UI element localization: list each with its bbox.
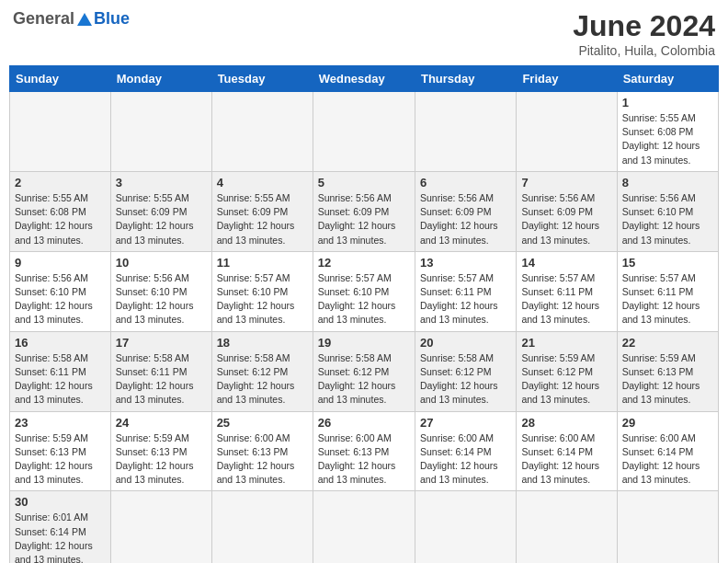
calendar-cell: 26Sunrise: 6:00 AM Sunset: 6:13 PM Dayli… xyxy=(313,411,415,491)
day-number: 8 xyxy=(622,176,713,190)
calendar-cell xyxy=(110,92,211,172)
page-header: General Blue June 2024 Pitalito, Huila, … xyxy=(9,9,719,58)
day-info: Sunrise: 5:58 AM Sunset: 6:11 PM Dayligh… xyxy=(116,351,207,408)
calendar-cell: 29Sunrise: 6:00 AM Sunset: 6:14 PM Dayli… xyxy=(617,411,718,491)
weekday-thursday: Thursday xyxy=(415,66,516,92)
calendar-cell: 8Sunrise: 5:56 AM Sunset: 6:10 PM Daylig… xyxy=(617,171,718,251)
calendar-cell xyxy=(211,491,313,563)
logo: General Blue xyxy=(13,9,130,29)
calendar-cell: 3Sunrise: 5:55 AM Sunset: 6:09 PM Daylig… xyxy=(110,171,211,251)
day-number: 24 xyxy=(116,416,207,430)
calendar-cell: 17Sunrise: 5:58 AM Sunset: 6:11 PM Dayli… xyxy=(110,331,211,411)
day-info: Sunrise: 5:57 AM Sunset: 6:11 PM Dayligh… xyxy=(420,271,511,327)
calendar-cell: 6Sunrise: 5:56 AM Sunset: 6:09 PM Daylig… xyxy=(415,171,516,251)
day-number: 6 xyxy=(420,176,511,190)
calendar-cell: 4Sunrise: 5:55 AM Sunset: 6:09 PM Daylig… xyxy=(211,171,313,251)
calendar-cell: 7Sunrise: 5:56 AM Sunset: 6:09 PM Daylig… xyxy=(517,171,617,251)
calendar-title: June 2024 xyxy=(573,9,715,43)
weekday-sunday: Sunday xyxy=(10,66,111,92)
weekday-monday: Monday xyxy=(110,66,211,92)
calendar-table: SundayMondayTuesdayWednesdayThursdayFrid… xyxy=(9,65,719,563)
weekday-tuesday: Tuesday xyxy=(211,66,313,92)
calendar-cell: 27Sunrise: 6:00 AM Sunset: 6:14 PM Dayli… xyxy=(415,411,516,491)
day-info: Sunrise: 5:57 AM Sunset: 6:11 PM Dayligh… xyxy=(622,271,713,327)
day-info: Sunrise: 6:00 AM Sunset: 6:13 PM Dayligh… xyxy=(217,431,308,488)
day-number: 9 xyxy=(15,256,106,270)
day-info: Sunrise: 5:56 AM Sunset: 6:09 PM Dayligh… xyxy=(318,191,410,247)
logo-triangle-icon xyxy=(77,13,92,26)
day-info: Sunrise: 5:58 AM Sunset: 6:12 PM Dayligh… xyxy=(217,351,308,408)
day-info: Sunrise: 5:59 AM Sunset: 6:13 PM Dayligh… xyxy=(116,431,207,488)
day-info: Sunrise: 5:57 AM Sunset: 6:10 PM Dayligh… xyxy=(217,271,308,327)
day-number: 16 xyxy=(15,336,106,350)
day-info: Sunrise: 5:59 AM Sunset: 6:13 PM Dayligh… xyxy=(15,431,106,488)
calendar-week-2: 9Sunrise: 5:56 AM Sunset: 6:10 PM Daylig… xyxy=(10,251,719,331)
day-info: Sunrise: 6:00 AM Sunset: 6:13 PM Dayligh… xyxy=(318,431,410,488)
calendar-week-3: 16Sunrise: 5:58 AM Sunset: 6:11 PM Dayli… xyxy=(10,331,719,411)
calendar-cell: 13Sunrise: 5:57 AM Sunset: 6:11 PM Dayli… xyxy=(415,251,516,331)
day-number: 13 xyxy=(420,256,511,270)
calendar-cell: 11Sunrise: 5:57 AM Sunset: 6:10 PM Dayli… xyxy=(211,251,313,331)
day-info: Sunrise: 5:59 AM Sunset: 6:12 PM Dayligh… xyxy=(521,351,611,408)
day-info: Sunrise: 5:58 AM Sunset: 6:11 PM Dayligh… xyxy=(15,351,106,408)
day-info: Sunrise: 6:00 AM Sunset: 6:14 PM Dayligh… xyxy=(622,431,713,488)
day-number: 22 xyxy=(622,336,713,350)
calendar-cell: 15Sunrise: 5:57 AM Sunset: 6:11 PM Dayli… xyxy=(617,251,718,331)
logo-text-blue: Blue xyxy=(94,9,130,29)
day-number: 1 xyxy=(622,96,713,109)
day-number: 15 xyxy=(622,256,713,270)
day-info: Sunrise: 5:56 AM Sunset: 6:09 PM Dayligh… xyxy=(420,191,511,247)
day-number: 23 xyxy=(15,416,106,430)
day-number: 10 xyxy=(116,256,207,270)
day-number: 7 xyxy=(521,176,611,190)
calendar-week-4: 23Sunrise: 5:59 AM Sunset: 6:13 PM Dayli… xyxy=(10,411,719,491)
calendar-cell: 21Sunrise: 5:59 AM Sunset: 6:12 PM Dayli… xyxy=(517,331,617,411)
day-number: 2 xyxy=(15,176,106,190)
day-info: Sunrise: 5:58 AM Sunset: 6:12 PM Dayligh… xyxy=(420,351,511,408)
calendar-cell: 22Sunrise: 5:59 AM Sunset: 6:13 PM Dayli… xyxy=(617,331,718,411)
calendar-cell: 30Sunrise: 6:01 AM Sunset: 6:14 PM Dayli… xyxy=(10,491,111,563)
calendar-cell xyxy=(110,491,211,563)
calendar-week-1: 2Sunrise: 5:55 AM Sunset: 6:08 PM Daylig… xyxy=(10,171,719,251)
day-info: Sunrise: 5:55 AM Sunset: 6:09 PM Dayligh… xyxy=(217,191,308,247)
day-number: 19 xyxy=(318,336,410,350)
day-number: 28 xyxy=(521,416,611,430)
day-number: 4 xyxy=(217,176,308,190)
calendar-cell xyxy=(313,491,415,563)
weekday-header-row: SundayMondayTuesdayWednesdayThursdayFrid… xyxy=(10,66,719,92)
day-info: Sunrise: 5:58 AM Sunset: 6:12 PM Dayligh… xyxy=(318,351,410,408)
day-number: 17 xyxy=(116,336,207,350)
calendar-cell xyxy=(415,92,516,172)
calendar-week-0: 1Sunrise: 5:55 AM Sunset: 6:08 PM Daylig… xyxy=(10,92,719,172)
calendar-cell: 5Sunrise: 5:56 AM Sunset: 6:09 PM Daylig… xyxy=(313,171,415,251)
day-number: 21 xyxy=(521,336,611,350)
calendar-cell: 23Sunrise: 5:59 AM Sunset: 6:13 PM Dayli… xyxy=(10,411,111,491)
day-number: 12 xyxy=(318,256,410,270)
weekday-friday: Friday xyxy=(517,66,617,92)
calendar-cell: 12Sunrise: 5:57 AM Sunset: 6:10 PM Dayli… xyxy=(313,251,415,331)
logo-text-general: General xyxy=(13,9,74,29)
calendar-cell xyxy=(517,491,617,563)
day-info: Sunrise: 5:55 AM Sunset: 6:09 PM Dayligh… xyxy=(116,191,207,247)
day-info: Sunrise: 5:56 AM Sunset: 6:09 PM Dayligh… xyxy=(521,191,611,247)
day-info: Sunrise: 5:59 AM Sunset: 6:13 PM Dayligh… xyxy=(622,351,713,408)
day-info: Sunrise: 5:56 AM Sunset: 6:10 PM Dayligh… xyxy=(15,271,106,327)
day-info: Sunrise: 5:56 AM Sunset: 6:10 PM Dayligh… xyxy=(622,191,713,247)
calendar-cell: 20Sunrise: 5:58 AM Sunset: 6:12 PM Dayli… xyxy=(415,331,516,411)
calendar-cell: 16Sunrise: 5:58 AM Sunset: 6:11 PM Dayli… xyxy=(10,331,111,411)
day-info: Sunrise: 6:01 AM Sunset: 6:14 PM Dayligh… xyxy=(15,511,106,563)
calendar-cell: 9Sunrise: 5:56 AM Sunset: 6:10 PM Daylig… xyxy=(10,251,111,331)
day-number: 3 xyxy=(116,176,207,190)
day-number: 14 xyxy=(521,256,611,270)
day-info: Sunrise: 5:56 AM Sunset: 6:10 PM Dayligh… xyxy=(116,271,207,327)
day-number: 26 xyxy=(318,416,410,430)
calendar-cell xyxy=(211,92,313,172)
weekday-wednesday: Wednesday xyxy=(313,66,415,92)
day-number: 30 xyxy=(15,495,106,509)
day-number: 29 xyxy=(622,416,713,430)
calendar-cell: 10Sunrise: 5:56 AM Sunset: 6:10 PM Dayli… xyxy=(110,251,211,331)
weekday-saturday: Saturday xyxy=(617,66,718,92)
day-info: Sunrise: 6:00 AM Sunset: 6:14 PM Dayligh… xyxy=(521,431,611,488)
calendar-cell: 1Sunrise: 5:55 AM Sunset: 6:08 PM Daylig… xyxy=(617,92,718,172)
calendar-cell xyxy=(517,92,617,172)
